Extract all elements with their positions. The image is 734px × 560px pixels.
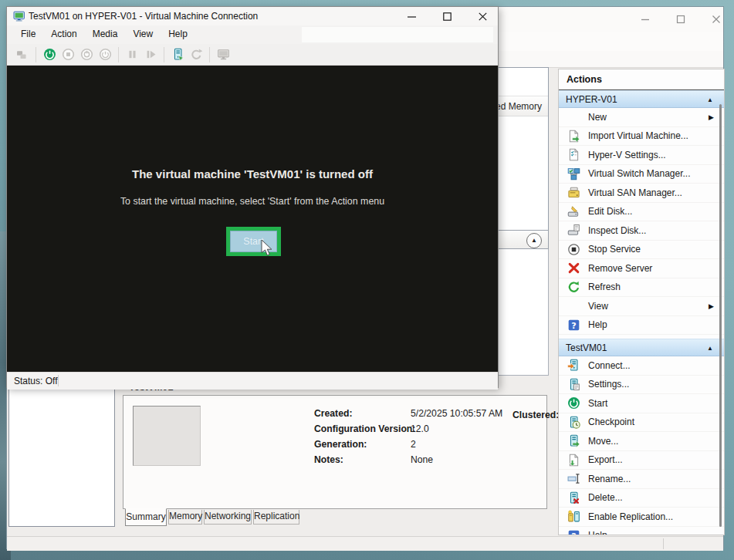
save-state-button (96, 46, 114, 63)
action-help[interactable]: ?Help (559, 527, 724, 536)
action-label: Help (588, 530, 607, 535)
rename-icon (566, 472, 581, 485)
detail-label: Generation: (314, 439, 367, 450)
action-label: Connect... (588, 360, 631, 371)
menu-view[interactable]: View (125, 25, 161, 39)
action-view[interactable]: View▶ (559, 297, 724, 316)
tab-memory[interactable]: Memory (168, 510, 202, 525)
tab-networking[interactable]: Networking (204, 510, 252, 525)
remove-server-icon (566, 261, 581, 275)
revert-button (187, 46, 205, 63)
action-new[interactable]: New▶ (559, 108, 724, 127)
action-label: Virtual SAN Manager... (588, 187, 682, 198)
manager-maximize-button[interactable] (669, 11, 692, 28)
save-state-icon (99, 48, 112, 61)
action-inspect-disk[interactable]: Inspect Disk... (559, 221, 724, 241)
actions-group-header-testvm01[interactable]: TestVM01▲ (559, 339, 724, 356)
action-edit-disk[interactable]: Edit Disk... (559, 203, 724, 222)
action-help[interactable]: ?Help (559, 316, 724, 336)
detail-label: Created: (314, 408, 352, 419)
menu-file[interactable]: File (13, 25, 43, 39)
action-label: Hyper-V Settings... (588, 150, 666, 160)
close-icon (478, 12, 488, 22)
vm-thumbnail (133, 406, 201, 466)
delete-icon (566, 491, 581, 504)
action-label: Refresh (588, 282, 621, 292)
toolbar-separator (118, 47, 119, 62)
turn-off-icon (62, 48, 75, 61)
action-virtual-switch-manager[interactable]: Virtual Switch Manager... (559, 165, 724, 184)
action-stop-service[interactable]: Stop Service (559, 241, 724, 260)
start-button[interactable] (40, 46, 59, 63)
svg-text:?: ? (571, 321, 576, 331)
vm-status-text: Status: Off (14, 376, 57, 386)
connect-icon (566, 359, 581, 372)
clustered-label: Clustered: (512, 410, 559, 420)
menu-help[interactable]: Help (161, 25, 195, 39)
toolbar-separator (164, 47, 164, 62)
submenu-arrow-icon: ▶ (709, 302, 714, 310)
vm-minimize-button[interactable] (400, 8, 423, 24)
vm-off-heading: The virtual machine 'TestVM01' is turned… (7, 167, 498, 180)
detail-value: None (411, 454, 433, 465)
close-icon (712, 15, 721, 24)
action-label: Remove Server (588, 263, 652, 274)
tab-replication[interactable]: Replication (253, 510, 299, 525)
checkpoints-collapse-button[interactable]: ▲ (526, 233, 542, 248)
action-virtual-san-manager[interactable]: Virtual SAN Manager... (559, 184, 724, 203)
actions-panel: Actions HYPER-V01▲New▶Import Virtual Mac… (558, 69, 725, 535)
action-label: Start (588, 398, 607, 409)
actions-scrollbar[interactable] (719, 104, 722, 527)
virtual-switch-icon (566, 167, 581, 180)
menu-action[interactable]: Action (43, 25, 84, 39)
action-delete[interactable]: Delete... (559, 489, 724, 508)
action-move[interactable]: Move... (559, 432, 724, 451)
vm-window-title: TestVM01 on HYPER-V01 - Virtual Machine … (29, 11, 258, 22)
vm-window-titlebar: TestVM01 on HYPER-V01 - Virtual Machine … (7, 7, 498, 25)
action-enable-replication[interactable]: Enable Replication... (559, 508, 724, 527)
tab-summary[interactable]: Summary (125, 508, 167, 526)
detail-value: 12.0 (411, 423, 429, 434)
actions-group-header-hyper-v01[interactable]: HYPER-V01▲ (559, 90, 724, 108)
action-settings[interactable]: Settings... (559, 376, 724, 395)
maximize-icon (442, 12, 452, 22)
action-connect[interactable]: Connect... (559, 356, 724, 376)
checkpoint-toolbar-icon (171, 48, 184, 61)
action-hyper-v-settings[interactable]: Hyper-V Settings... (559, 146, 724, 165)
detail-value: 5/2/2025 10:05:57 AM (411, 408, 502, 419)
group-header-label: HYPER-V01 (566, 94, 617, 105)
action-label: View (588, 301, 608, 312)
vm-close-button[interactable] (471, 8, 494, 24)
detail-label: Notes: (314, 454, 343, 465)
import-icon (566, 130, 581, 143)
vm-toolbar (7, 44, 498, 66)
action-checkpoint[interactable]: Checkpoint (559, 413, 724, 433)
manager-close-button[interactable] (705, 11, 728, 28)
manager-minimize-button[interactable] (634, 11, 657, 28)
pause-icon (126, 48, 139, 61)
collapse-arrow-icon: ▲ (707, 91, 713, 109)
submenu-arrow-icon: ▶ (709, 113, 714, 121)
action-label: Rename... (588, 474, 631, 484)
virtual-san-icon (566, 186, 581, 199)
action-refresh[interactable]: Refresh (559, 278, 724, 298)
detail-label: Configuration Version: (314, 423, 415, 434)
vm-console-screen: The virtual machine 'TestVM01' is turned… (7, 66, 498, 372)
action-start[interactable]: Start (559, 394, 724, 413)
checkpoint-button[interactable] (168, 46, 187, 63)
start-icon (566, 396, 581, 410)
action-label: Checkpoint (588, 417, 634, 427)
menubar-highlight-region (302, 27, 493, 42)
action-remove-server[interactable]: Remove Server (559, 259, 724, 278)
action-label: Enable Replication... (588, 511, 673, 522)
vm-statusbar: Status: Off (7, 372, 498, 390)
action-import-virtual-machine[interactable]: Import Virtual Machine... (559, 127, 724, 147)
menu-media[interactable]: Media (85, 25, 126, 39)
action-export[interactable]: Export... (559, 451, 724, 471)
action-label: Move... (588, 436, 618, 447)
toolbar-separator (36, 47, 36, 62)
action-label: Edit Disk... (588, 206, 632, 217)
action-rename[interactable]: Rename... (559, 470, 724, 489)
vm-connection-window: TestVM01 on HYPER-V01 - Virtual Machine … (6, 6, 499, 388)
vm-maximize-button[interactable] (435, 8, 458, 24)
